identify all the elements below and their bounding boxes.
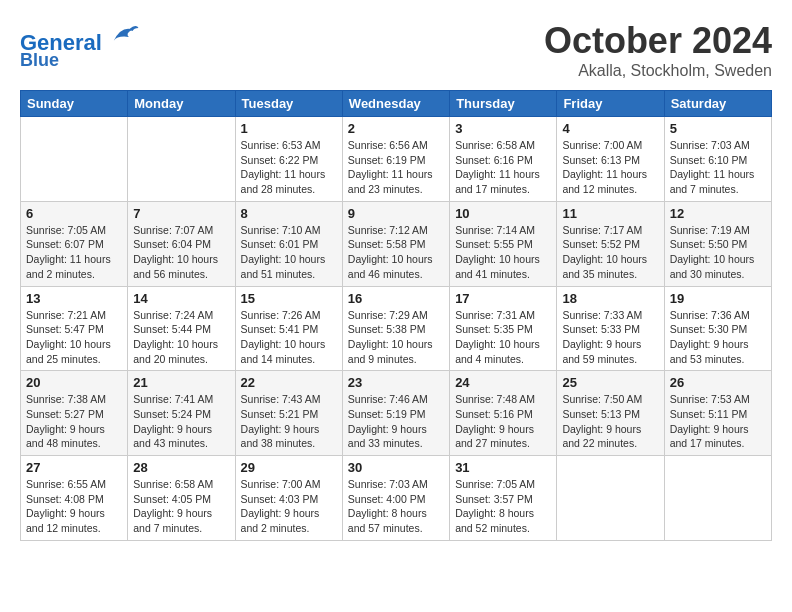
calendar-cell: 7Sunrise: 7:07 AMSunset: 6:04 PMDaylight… — [128, 201, 235, 286]
calendar-cell: 21Sunrise: 7:41 AMSunset: 5:24 PMDayligh… — [128, 371, 235, 456]
day-number: 29 — [241, 460, 337, 475]
day-detail: Sunrise: 7:03 AMSunset: 4:00 PMDaylight:… — [348, 477, 444, 536]
calendar-cell: 1Sunrise: 6:53 AMSunset: 6:22 PMDaylight… — [235, 117, 342, 202]
calendar-cell: 31Sunrise: 7:05 AMSunset: 3:57 PMDayligh… — [450, 456, 557, 541]
day-detail: Sunrise: 7:05 AMSunset: 3:57 PMDaylight:… — [455, 477, 551, 536]
calendar-cell: 18Sunrise: 7:33 AMSunset: 5:33 PMDayligh… — [557, 286, 664, 371]
calendar-cell — [21, 117, 128, 202]
calendar-week-2: 6Sunrise: 7:05 AMSunset: 6:07 PMDaylight… — [21, 201, 772, 286]
day-detail: Sunrise: 7:53 AMSunset: 5:11 PMDaylight:… — [670, 392, 766, 451]
day-number: 31 — [455, 460, 551, 475]
day-detail: Sunrise: 7:00 AMSunset: 4:03 PMDaylight:… — [241, 477, 337, 536]
day-number: 14 — [133, 291, 229, 306]
calendar-cell: 2Sunrise: 6:56 AMSunset: 6:19 PMDaylight… — [342, 117, 449, 202]
calendar-week-1: 1Sunrise: 6:53 AMSunset: 6:22 PMDaylight… — [21, 117, 772, 202]
day-number: 22 — [241, 375, 337, 390]
day-detail: Sunrise: 7:38 AMSunset: 5:27 PMDaylight:… — [26, 392, 122, 451]
day-detail: Sunrise: 7:31 AMSunset: 5:35 PMDaylight:… — [455, 308, 551, 367]
logo: General Blue — [20, 20, 140, 71]
calendar-cell: 27Sunrise: 6:55 AMSunset: 4:08 PMDayligh… — [21, 456, 128, 541]
day-detail: Sunrise: 6:55 AMSunset: 4:08 PMDaylight:… — [26, 477, 122, 536]
calendar-table: SundayMondayTuesdayWednesdayThursdayFrid… — [20, 90, 772, 541]
title-block: October 2024 Akalla, Stockholm, Sweden — [544, 20, 772, 80]
day-number: 2 — [348, 121, 444, 136]
calendar-cell: 26Sunrise: 7:53 AMSunset: 5:11 PMDayligh… — [664, 371, 771, 456]
calendar-body: 1Sunrise: 6:53 AMSunset: 6:22 PMDaylight… — [21, 117, 772, 541]
day-number: 3 — [455, 121, 551, 136]
day-number: 8 — [241, 206, 337, 221]
calendar-cell — [557, 456, 664, 541]
day-detail: Sunrise: 7:50 AMSunset: 5:13 PMDaylight:… — [562, 392, 658, 451]
calendar-cell: 17Sunrise: 7:31 AMSunset: 5:35 PMDayligh… — [450, 286, 557, 371]
day-number: 28 — [133, 460, 229, 475]
day-detail: Sunrise: 7:17 AMSunset: 5:52 PMDaylight:… — [562, 223, 658, 282]
day-number: 27 — [26, 460, 122, 475]
day-number: 15 — [241, 291, 337, 306]
calendar-cell: 30Sunrise: 7:03 AMSunset: 4:00 PMDayligh… — [342, 456, 449, 541]
weekday-thursday: Thursday — [450, 91, 557, 117]
day-detail: Sunrise: 6:56 AMSunset: 6:19 PMDaylight:… — [348, 138, 444, 197]
day-number: 5 — [670, 121, 766, 136]
day-detail: Sunrise: 7:12 AMSunset: 5:58 PMDaylight:… — [348, 223, 444, 282]
day-detail: Sunrise: 7:43 AMSunset: 5:21 PMDaylight:… — [241, 392, 337, 451]
day-detail: Sunrise: 7:29 AMSunset: 5:38 PMDaylight:… — [348, 308, 444, 367]
calendar-cell: 22Sunrise: 7:43 AMSunset: 5:21 PMDayligh… — [235, 371, 342, 456]
calendar-cell: 15Sunrise: 7:26 AMSunset: 5:41 PMDayligh… — [235, 286, 342, 371]
calendar-cell: 8Sunrise: 7:10 AMSunset: 6:01 PMDaylight… — [235, 201, 342, 286]
weekday-sunday: Sunday — [21, 91, 128, 117]
calendar-week-4: 20Sunrise: 7:38 AMSunset: 5:27 PMDayligh… — [21, 371, 772, 456]
weekday-monday: Monday — [128, 91, 235, 117]
calendar-cell: 24Sunrise: 7:48 AMSunset: 5:16 PMDayligh… — [450, 371, 557, 456]
day-number: 6 — [26, 206, 122, 221]
weekday-friday: Friday — [557, 91, 664, 117]
day-number: 30 — [348, 460, 444, 475]
weekday-tuesday: Tuesday — [235, 91, 342, 117]
day-detail: Sunrise: 7:33 AMSunset: 5:33 PMDaylight:… — [562, 308, 658, 367]
day-number: 16 — [348, 291, 444, 306]
calendar-cell: 10Sunrise: 7:14 AMSunset: 5:55 PMDayligh… — [450, 201, 557, 286]
month-title: October 2024 — [544, 20, 772, 62]
day-number: 19 — [670, 291, 766, 306]
day-number: 20 — [26, 375, 122, 390]
calendar-cell: 11Sunrise: 7:17 AMSunset: 5:52 PMDayligh… — [557, 201, 664, 286]
calendar-cell: 29Sunrise: 7:00 AMSunset: 4:03 PMDayligh… — [235, 456, 342, 541]
day-detail: Sunrise: 7:36 AMSunset: 5:30 PMDaylight:… — [670, 308, 766, 367]
calendar-cell: 14Sunrise: 7:24 AMSunset: 5:44 PMDayligh… — [128, 286, 235, 371]
day-detail: Sunrise: 6:58 AMSunset: 4:05 PMDaylight:… — [133, 477, 229, 536]
calendar-cell — [128, 117, 235, 202]
location: Akalla, Stockholm, Sweden — [544, 62, 772, 80]
calendar-cell — [664, 456, 771, 541]
calendar-week-3: 13Sunrise: 7:21 AMSunset: 5:47 PMDayligh… — [21, 286, 772, 371]
day-detail: Sunrise: 7:26 AMSunset: 5:41 PMDaylight:… — [241, 308, 337, 367]
day-number: 17 — [455, 291, 551, 306]
day-number: 11 — [562, 206, 658, 221]
calendar-cell: 28Sunrise: 6:58 AMSunset: 4:05 PMDayligh… — [128, 456, 235, 541]
day-number: 24 — [455, 375, 551, 390]
day-number: 21 — [133, 375, 229, 390]
day-number: 1 — [241, 121, 337, 136]
day-number: 13 — [26, 291, 122, 306]
calendar-cell: 5Sunrise: 7:03 AMSunset: 6:10 PMDaylight… — [664, 117, 771, 202]
day-number: 12 — [670, 206, 766, 221]
calendar-week-5: 27Sunrise: 6:55 AMSunset: 4:08 PMDayligh… — [21, 456, 772, 541]
day-number: 10 — [455, 206, 551, 221]
weekday-saturday: Saturday — [664, 91, 771, 117]
day-detail: Sunrise: 7:14 AMSunset: 5:55 PMDaylight:… — [455, 223, 551, 282]
calendar-cell: 9Sunrise: 7:12 AMSunset: 5:58 PMDaylight… — [342, 201, 449, 286]
day-detail: Sunrise: 7:48 AMSunset: 5:16 PMDaylight:… — [455, 392, 551, 451]
calendar-cell: 4Sunrise: 7:00 AMSunset: 6:13 PMDaylight… — [557, 117, 664, 202]
day-detail: Sunrise: 6:58 AMSunset: 6:16 PMDaylight:… — [455, 138, 551, 197]
day-detail: Sunrise: 7:46 AMSunset: 5:19 PMDaylight:… — [348, 392, 444, 451]
day-number: 23 — [348, 375, 444, 390]
calendar-cell: 16Sunrise: 7:29 AMSunset: 5:38 PMDayligh… — [342, 286, 449, 371]
day-detail: Sunrise: 7:19 AMSunset: 5:50 PMDaylight:… — [670, 223, 766, 282]
day-detail: Sunrise: 7:21 AMSunset: 5:47 PMDaylight:… — [26, 308, 122, 367]
calendar-cell: 12Sunrise: 7:19 AMSunset: 5:50 PMDayligh… — [664, 201, 771, 286]
calendar-cell: 13Sunrise: 7:21 AMSunset: 5:47 PMDayligh… — [21, 286, 128, 371]
day-number: 26 — [670, 375, 766, 390]
calendar-cell: 23Sunrise: 7:46 AMSunset: 5:19 PMDayligh… — [342, 371, 449, 456]
day-number: 4 — [562, 121, 658, 136]
calendar-cell: 3Sunrise: 6:58 AMSunset: 6:16 PMDaylight… — [450, 117, 557, 202]
day-detail: Sunrise: 7:41 AMSunset: 5:24 PMDaylight:… — [133, 392, 229, 451]
weekday-wednesday: Wednesday — [342, 91, 449, 117]
